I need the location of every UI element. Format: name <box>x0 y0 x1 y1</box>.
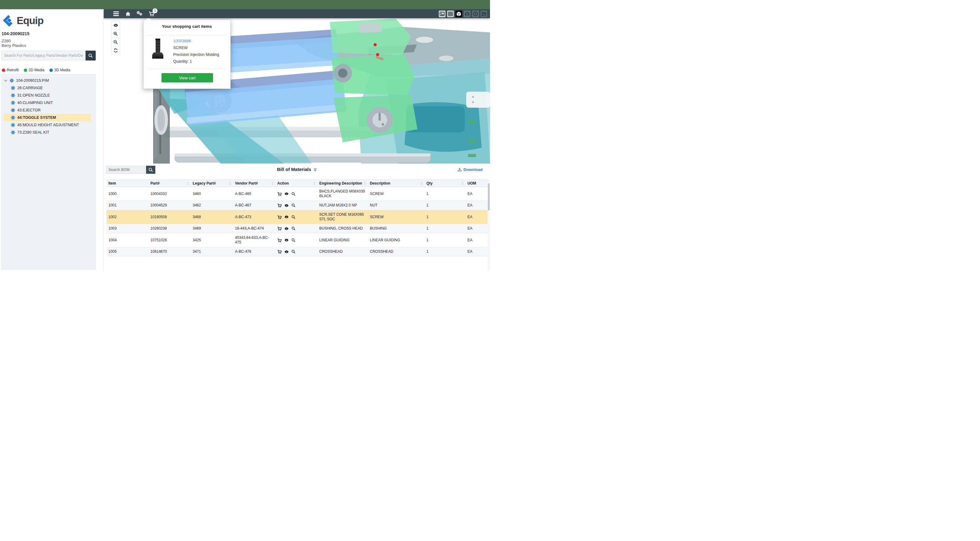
col-part[interactable]: Part# <box>148 180 191 187</box>
col-eng-description[interactable]: Engineering Description <box>317 180 368 187</box>
cart-button[interactable]: 1 <box>148 11 155 17</box>
add-to-cart-icon[interactable] <box>277 215 282 219</box>
popup-title: Your shopping cart items <box>143 24 230 29</box>
sort-icon <box>229 182 231 185</box>
gear-icon <box>11 130 15 135</box>
open-folder-button[interactable] <box>480 11 487 17</box>
cart-badge: 1 <box>153 8 158 13</box>
table-row[interactable]: 1003 10260238 3469 16-443,A-BC-474 BUSHI… <box>107 224 488 233</box>
popup-divider <box>147 69 227 69</box>
cart-item-part-link[interactable]: 10003886 <box>173 38 219 43</box>
table-row[interactable]: 1000 10004332 3460 A-BC-465 BHCS,FLANGED… <box>107 187 488 201</box>
download-link[interactable]: Download <box>457 167 483 172</box>
col-description[interactable]: Description <box>368 180 425 187</box>
media-legend: Retrofit 2D Media 3D Media <box>2 68 70 72</box>
zoom-out-button[interactable] <box>111 38 120 46</box>
table-row[interactable]: 1005 10814670 3471 A-BC-476 CROSSHEAD CR… <box>107 247 488 257</box>
bom-search-input[interactable] <box>106 166 145 174</box>
equip-logo[interactable]: Equip <box>2 14 43 27</box>
col-legacy-part[interactable]: Legacy Part# <box>191 180 233 187</box>
parts-search-button[interactable] <box>86 51 96 60</box>
2d-media-dot-icon <box>24 68 27 72</box>
image-view-button[interactable] <box>439 11 445 17</box>
view-part-icon[interactable] <box>284 250 289 254</box>
3d-view-button-active[interactable] <box>455 11 462 17</box>
visibility-button[interactable] <box>111 21 120 30</box>
gear-icon <box>11 123 15 127</box>
media-play-button[interactable] <box>472 11 479 17</box>
scrollbar-thumb[interactable] <box>488 183 490 211</box>
add-to-cart-icon[interactable] <box>277 192 282 196</box>
legend-3d-media: 3D Media <box>49 68 70 72</box>
chevron-down-icon[interactable] <box>4 79 7 82</box>
equip-logo-icon <box>2 14 16 27</box>
table-row[interactable]: 1001 10004529 3462 A-BC-467 NUT,JAM M16X… <box>107 201 488 210</box>
col-vendor-part[interactable]: Vendor Part# <box>233 180 275 187</box>
tree-node-root[interactable]: 104-20090215:PIM <box>2 77 95 84</box>
gears-icon <box>137 11 143 17</box>
inspect-part-icon[interactable] <box>291 203 296 207</box>
col-uom[interactable]: UOM <box>466 180 488 187</box>
reset-view-button[interactable] <box>111 46 120 55</box>
tree-node-label: 40:CLAMPING UNIT <box>17 101 53 105</box>
support-button[interactable] <box>464 11 471 17</box>
add-to-cart-icon[interactable] <box>277 203 282 207</box>
eye-icon <box>113 23 118 28</box>
tree-node-clamping-unit[interactable]: 40:CLAMPING UNIT <box>2 99 95 106</box>
image-icon <box>440 11 445 16</box>
tree-node-label: 26:CARRIAGE <box>17 86 43 90</box>
tree-node-ejector[interactable]: 43:EJECTOR <box>2 106 95 114</box>
view-part-icon[interactable] <box>284 215 289 219</box>
inspect-part-icon[interactable] <box>291 227 296 230</box>
bom-scrollbar[interactable] <box>488 179 490 270</box>
view-cart-button[interactable]: View cart <box>161 73 213 82</box>
add-to-cart-icon[interactable] <box>277 250 282 254</box>
col-item[interactable]: Item <box>107 180 148 187</box>
customer-name: Berry Plastics <box>2 43 26 48</box>
bom-title: Bill of Materials <box>104 167 490 172</box>
search-icon <box>148 168 153 172</box>
legend-retrofit: Retrofit <box>2 68 19 72</box>
home-button[interactable] <box>124 11 132 17</box>
table-row[interactable]: 1004 10751026 3425 45343,64-633,A-BC-475… <box>107 233 488 247</box>
headset-icon <box>465 11 469 16</box>
tree-node-toggle-system-selected[interactable]: 44:TOGGLE SYSTEM <box>4 114 91 121</box>
gear-icon <box>11 93 15 98</box>
sort-icon <box>313 182 315 185</box>
tree-node-open-nozzle[interactable]: 31:OPEN NOZZLE <box>2 92 95 99</box>
collapse-chevrons-icon[interactable] <box>314 168 317 171</box>
table-view-button[interactable] <box>447 11 454 17</box>
bom-search-button[interactable] <box>146 166 155 174</box>
3d-viewer: Your shopping cart items 10003886 SCREW … <box>104 18 490 163</box>
tree-node-label: 44:TOGGLE SYSTEM <box>17 116 56 120</box>
sort-icon <box>186 182 189 185</box>
grid-icon <box>448 11 453 16</box>
table-row-selected[interactable]: 1002 10190508 3468 A-BC-473 SCR,SET CONE… <box>107 210 488 224</box>
inspect-part-icon[interactable] <box>291 192 296 196</box>
view-part-icon[interactable] <box>284 203 289 208</box>
gear-icon <box>11 116 15 120</box>
bom-table: Item Part# Legacy Part# Vendor Part# Act… <box>107 179 488 257</box>
gear-icon <box>11 101 15 105</box>
col-qty[interactable]: Qty <box>425 180 466 187</box>
bom-header-row: Item Part# Legacy Part# Vendor Part# Act… <box>107 180 488 187</box>
parts-search-input[interactable] <box>1 51 86 60</box>
view-part-icon[interactable] <box>284 238 289 242</box>
inspect-part-icon[interactable] <box>291 215 296 219</box>
settings-button[interactable] <box>136 11 143 17</box>
add-to-cart-icon[interactable] <box>277 227 282 230</box>
refresh-icon <box>113 48 118 53</box>
inspect-part-icon[interactable] <box>291 238 296 242</box>
inspect-part-icon[interactable] <box>291 250 296 254</box>
download-icon <box>457 167 462 172</box>
add-to-cart-icon[interactable] <box>277 238 282 242</box>
view-part-icon[interactable] <box>284 192 289 196</box>
tree-node-mould-height[interactable]: 45:MOULD HEIGHT ADJUSTMENT <box>2 121 95 129</box>
view-part-icon[interactable] <box>284 227 289 231</box>
col-action[interactable]: Action <box>275 180 317 187</box>
tree-node-seal-kit[interactable]: 73:Z280 SEAL KIT <box>2 129 95 136</box>
zoom-in-button[interactable] <box>111 30 120 38</box>
menu-button[interactable] <box>112 11 120 17</box>
model-part-number: 104-20090215 <box>2 31 29 36</box>
tree-node-carriage[interactable]: 26:CARRIAGE <box>2 84 95 92</box>
